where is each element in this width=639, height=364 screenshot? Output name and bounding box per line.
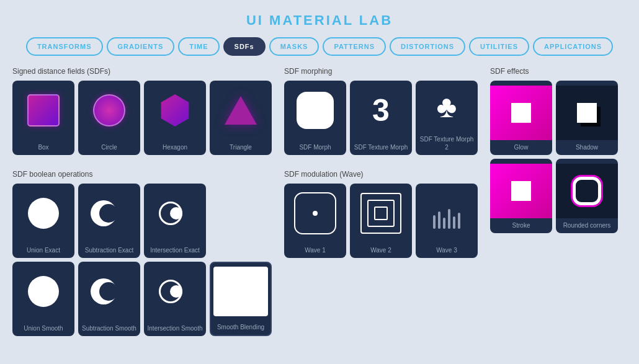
card-union-smooth[interactable]: Union Smooth [12,262,74,336]
wave3-line4 [448,209,450,229]
sdf-fields-section: Signed distance fields (SDFs) Box Circle [12,67,272,155]
boolean-row2: Union Smooth Subtraction Smooth [12,262,272,336]
nav-gradients[interactable]: GRADIENTS [107,37,175,56]
card-sdf-texture-morph-label: SDF Texture Morph [352,140,411,155]
hexagon-shape [159,94,191,127]
wave1-outer [294,192,336,234]
card-stroke[interactable]: Stroke [490,159,552,233]
card-rounded-corners[interactable]: Rounded corners [556,159,618,233]
wave3-line3 [443,218,445,229]
wave3-line1 [433,215,436,229]
sdf-morphing-section: SDF morphing SDF Morph 3 SDF Texture Mor… [284,67,478,155]
card-box[interactable]: Box [12,81,74,155]
glow-sq [511,103,531,123]
card-sdf-morph-label: SDF Morph [297,140,333,155]
card-wave1[interactable]: Wave 1 [284,184,346,258]
card-rounded-corners-label: Rounded corners [561,218,614,233]
page-title: UI MATERIAL LAB [0,0,639,37]
card-triangle-label: Triangle [227,140,254,155]
wave3-line5 [453,216,455,229]
card-hexagon[interactable]: Hexagon [144,81,206,155]
middle-column: SDF morphing SDF Morph 3 SDF Texture Mor… [284,67,478,344]
card-subtraction-smooth[interactable]: Subtraction Smooth [78,262,140,336]
glow-visual [490,86,552,140]
rounded-bg [556,164,618,218]
card-hexagon-label: Hexagon [160,140,190,155]
nav-applications[interactable]: APPLICATIONS [533,37,613,56]
morph-rounded-shape [297,92,334,129]
card-hexagon-visual [144,81,206,140]
nav-bar: TRANSFORMS GRADIENTS TIME SDFs MASKS PAT… [0,37,639,56]
sdf-morphing-grid: SDF Morph 3 SDF Texture Morph ♣ SDF Text… [284,81,478,155]
sdf-morph-visual [284,81,346,140]
sdf-fields-grid: Box Circle Hexagon [12,81,272,155]
intersection-smooth-visual [144,262,206,321]
card-subtraction-smooth-label: Subtraction Smooth [79,321,139,336]
intersection-exact-shape [156,198,194,229]
card-stroke-label: Stroke [510,218,533,233]
card-wave2-label: Wave 2 [368,243,394,258]
circle-shape [93,94,125,127]
subtraction-exact-visual [78,184,140,243]
card-wave2[interactable]: Wave 2 [350,184,412,258]
sdf-morphing-title: SDF morphing [284,67,478,76]
card-sdf-morph[interactable]: SDF Morph [284,81,346,155]
smooth-blending-visual [213,267,268,316]
card-intersection-exact[interactable]: Intersection Exact [144,184,206,258]
boolean-row1: Union Exact Subtraction Exact [12,184,272,258]
hexagon-wrapper [157,92,193,128]
glow-bg [490,86,552,140]
intersection-exact-visual [144,184,206,243]
sdf-effects-section: SDF effects Glow [490,67,618,233]
card-subtraction-exact[interactable]: Subtraction Exact [78,184,140,258]
nav-patterns[interactable]: PATTERNS [323,37,386,56]
nav-distortions[interactable]: DISTORTIONS [390,37,465,56]
wave3-line2 [438,211,440,229]
left-column: Signed distance fields (SDFs) Box Circle [12,67,272,344]
card-glow[interactable]: Glow [490,81,552,155]
nav-sdfs[interactable]: SDFs [223,37,266,56]
wave2-sq3 [374,206,388,220]
int-right [170,207,182,220]
card-intersection-smooth-label: Intersection Smooth [145,321,205,336]
sdf-effects-grid: Glow Shadow [490,81,618,233]
sdf-modulation-title: SDF modulation (Wave) [284,170,478,179]
boolean-row1-empty [210,184,272,258]
nav-transforms[interactable]: TRANSFORMS [26,37,103,56]
shadow-bg [556,86,618,140]
card-wave3[interactable]: Wave 3 [416,184,478,258]
card-shadow-label: Shadow [573,140,601,155]
sdf-boolean-title: SDF boolean operations [12,170,272,179]
card-sdf-texture-morph[interactable]: 3 SDF Texture Morph [350,81,412,155]
wave2-visual [350,184,412,243]
rounded-corners-visual [556,164,618,218]
union-exact-visual [12,184,74,243]
card-sdf-texture-morph2[interactable]: ♣ SDF Texture Morph 2 [416,81,478,155]
wave3-shape [433,198,460,229]
sdf-boolean-section: SDF boolean operations Union Exact [12,170,272,336]
card-smooth-blending[interactable]: Smooth Blending [210,262,272,336]
card-union-exact[interactable]: Union Exact [12,184,74,258]
card-wave1-label: Wave 1 [302,243,328,258]
triangle-shape [225,96,257,125]
card-triangle-visual [210,81,272,140]
sdf-modulation-section: SDF modulation (Wave) Wave 1 [284,170,478,258]
sdf-modulation-grid: Wave 1 Wave 2 [284,184,478,258]
card-intersection-smooth[interactable]: Intersection Smooth [144,262,206,336]
int-s-right [170,285,182,298]
sdf-texture-morph-visual: 3 [350,81,412,140]
card-circle-label: Circle [99,140,120,155]
nav-utilities[interactable]: UTILITIES [469,37,529,56]
card-triangle[interactable]: Triangle [210,81,272,155]
subtraction-exact-shape [91,198,128,229]
card-circle[interactable]: Circle [78,81,140,155]
wave3-visual [416,184,478,243]
right-column: SDF effects Glow [490,67,618,344]
wave3-line6 [458,213,460,229]
subtraction-smooth-shape [91,276,128,307]
nav-time[interactable]: TIME [178,37,219,56]
nav-masks[interactable]: MASKS [269,37,320,56]
card-shadow[interactable]: Shadow [556,81,618,155]
box-shape [27,94,60,127]
stroke-visual [490,164,552,218]
